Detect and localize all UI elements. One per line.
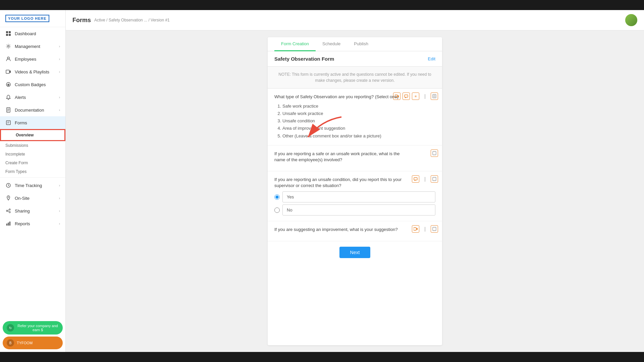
- svg-line-20: [8, 210, 9, 210]
- avatar-image: [625, 14, 637, 26]
- chevron-right-icon: ›: [59, 196, 60, 200]
- sidebar-subitem-submissions[interactable]: Submissions: [0, 141, 65, 150]
- expand-q2-icon[interactable]: [431, 149, 438, 157]
- question-3-icons: |: [412, 175, 438, 183]
- b-label: TYFOOM: [17, 341, 33, 345]
- logo-area: YOUR LOGO HERE: [0, 10, 65, 27]
- svg-rect-6: [6, 70, 9, 73]
- svg-rect-3: [9, 34, 11, 36]
- person-icon: [5, 56, 11, 62]
- question-2-icons: [431, 149, 438, 157]
- sidebar-subitem-create-form[interactable]: Create Form: [0, 159, 65, 167]
- sidebar-label-custom-badges: Custom Badges: [15, 82, 60, 87]
- svg-rect-24: [9, 222, 10, 226]
- question-3: | If you are reporting an unsafe conditi…: [268, 171, 442, 221]
- sidebar-item-documentation[interactable]: Documentation ›: [0, 104, 65, 116]
- settings-icon: [5, 43, 11, 49]
- radio-no[interactable]: [274, 207, 280, 213]
- sidebar-label-forms: Forms: [15, 120, 60, 125]
- badge-icon: [5, 81, 11, 87]
- list-item: Area of improvement suggestion: [282, 125, 435, 132]
- chevron-right-icon: ›: [59, 209, 60, 213]
- grid-icon: [5, 31, 11, 37]
- header-left: Forms Active / Safety Observation ... / …: [72, 17, 170, 24]
- header: Forms Active / Safety Observation ... / …: [66, 10, 644, 31]
- sidebar-item-on-site[interactable]: On-Site ›: [0, 192, 65, 204]
- svg-line-21: [8, 211, 9, 212]
- video-q-icon[interactable]: [393, 93, 400, 100]
- form-container: Form Creation Schedule Publish Safety Ob…: [268, 37, 442, 345]
- next-button[interactable]: Next: [339, 247, 371, 258]
- svg-point-5: [7, 57, 9, 59]
- question-2: If you are reporting a safe or an unsafe…: [268, 145, 442, 171]
- sidebar-subitem-form-types[interactable]: Form Types: [0, 167, 65, 176]
- sidebar-item-sharing[interactable]: Sharing ›: [0, 204, 65, 217]
- main-content: Forms Active / Safety Observation ... / …: [66, 10, 644, 352]
- list-item: Unsafe work practice: [282, 110, 435, 117]
- sidebar-label-documentation: Documentation: [15, 108, 59, 113]
- b-button[interactable]: B TYFOOM: [3, 337, 63, 349]
- sidebar-label-sharing: Sharing: [15, 208, 59, 214]
- svg-point-18: [6, 210, 8, 212]
- page-title: Forms: [72, 17, 91, 24]
- svg-rect-12: [6, 121, 10, 125]
- expand-q-icon[interactable]: [431, 93, 438, 100]
- sidebar-label-reports: Reports: [15, 221, 59, 226]
- sidebar-item-alerts[interactable]: Alerts ›: [0, 91, 65, 104]
- sidebar-item-custom-badges[interactable]: Custom Badges: [0, 78, 65, 91]
- sidebar-label-management: Management: [15, 44, 59, 49]
- asterisk-q-icon[interactable]: ✳: [412, 93, 419, 100]
- question-4-icons: |: [412, 225, 438, 233]
- b-icon: B: [7, 339, 14, 347]
- next-btn-area: Next: [268, 241, 442, 263]
- svg-rect-30: [414, 178, 417, 180]
- sidebar-item-videos[interactable]: Videos & Playlists ›: [0, 65, 65, 78]
- divider-icon: |: [421, 175, 429, 183]
- chart-icon: [5, 221, 11, 227]
- form-header: Safety Observation Form Edit: [268, 51, 442, 67]
- sidebar-item-dashboard[interactable]: Dashboard: [0, 27, 65, 40]
- sidebar-label-time-tracking: Time Tracking: [15, 183, 59, 188]
- sidebar-item-management[interactable]: Management ›: [0, 40, 65, 53]
- expand-q3-icon[interactable]: [431, 175, 438, 183]
- tabs-bar: Form Creation Schedule Publish: [268, 37, 442, 51]
- bell-icon: [5, 94, 11, 100]
- sidebar-label-dashboard: Dashboard: [15, 31, 60, 36]
- question-1: ✳ | What type of Safety Observation are …: [268, 88, 442, 145]
- svg-rect-33: [433, 227, 436, 231]
- comment-q3-icon[interactable]: [412, 175, 419, 183]
- form-note: NOTE: This form is currently active and …: [268, 67, 442, 88]
- form-icon: [5, 120, 11, 126]
- svg-rect-22: [6, 224, 7, 226]
- svg-rect-1: [9, 31, 11, 33]
- sidebar-item-time-tracking[interactable]: Time Tracking ›: [0, 179, 65, 192]
- radio-option-no: No: [274, 204, 435, 216]
- radio-yes[interactable]: [274, 194, 280, 200]
- question-1-list: Safe work practice Unsafe work practice …: [274, 103, 435, 139]
- list-item: Safe work practice: [282, 103, 435, 110]
- sidebar-item-forms[interactable]: Forms: [0, 116, 65, 129]
- chevron-right-icon: ›: [59, 108, 60, 112]
- video-q4-icon[interactable]: [412, 225, 419, 233]
- logo: YOUR LOGO HERE: [5, 15, 49, 22]
- question-2-text: If you are reporting a safe or an unsafe…: [274, 151, 435, 163]
- edit-button[interactable]: Edit: [428, 56, 435, 61]
- tab-schedule[interactable]: Schedule: [316, 37, 347, 51]
- refer-button[interactable]: ↻ Refer your company and earn $: [3, 321, 63, 335]
- expand-q4-icon[interactable]: [431, 225, 438, 233]
- tab-publish[interactable]: Publish: [347, 37, 375, 51]
- sidebar-label-employees: Employees: [15, 57, 59, 62]
- tab-form-creation[interactable]: Form Creation: [274, 37, 316, 51]
- radio-option-yes: Yes: [274, 191, 435, 202]
- svg-rect-25: [395, 95, 397, 98]
- sidebar-subitem-overview[interactable]: Overview: [1, 130, 64, 140]
- svg-rect-27: [433, 95, 436, 98]
- chevron-right-icon: ›: [59, 96, 60, 99]
- sidebar-item-employees[interactable]: Employees ›: [0, 53, 65, 65]
- chevron-right-icon: ›: [59, 184, 60, 187]
- sidebar-label-videos: Videos & Playlists: [15, 69, 59, 74]
- comment-q-icon[interactable]: [402, 93, 410, 100]
- sidebar-item-reports[interactable]: Reports ›: [0, 217, 65, 230]
- sidebar-subitem-incomplete[interactable]: Incomplete: [0, 150, 65, 159]
- sidebar: YOUR LOGO HERE Dashboard Management › Em…: [0, 10, 66, 352]
